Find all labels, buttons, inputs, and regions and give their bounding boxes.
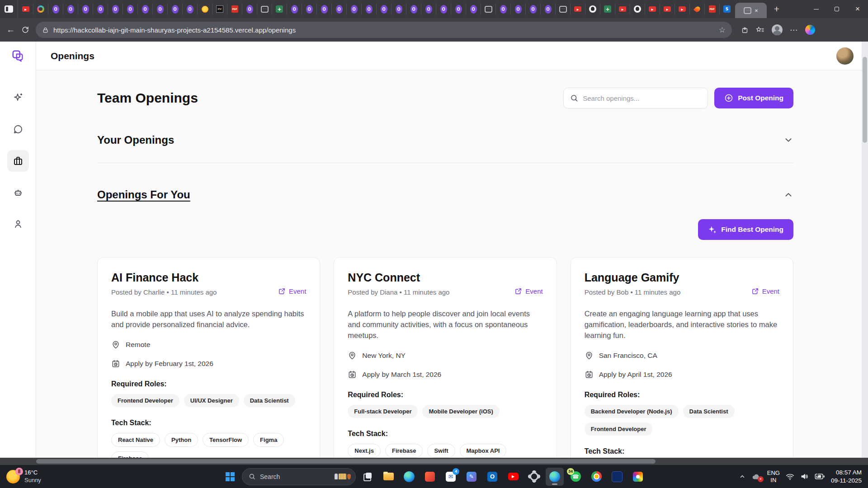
pinned-tab[interactable] (436, 3, 451, 15)
active-tab[interactable]: × (735, 3, 767, 18)
sidebar-item-profile[interactable] (7, 213, 29, 235)
pinned-tab[interactable] (287, 3, 302, 15)
vertical-scrollbar-thumb[interactable] (863, 57, 867, 143)
navy-app-icon[interactable] (608, 468, 626, 486)
pinned-tab[interactable] (346, 3, 361, 15)
section-your-openings[interactable]: Your Openings (97, 134, 793, 146)
edge-icon[interactable] (400, 468, 418, 486)
pinned-tab[interactable] (302, 3, 316, 15)
find-best-opening-button[interactable]: Find Best Opening (698, 219, 793, 240)
pinned-tab[interactable] (182, 3, 197, 15)
openings-search-input[interactable] (583, 94, 701, 102)
pinned-tab[interactable] (48, 3, 63, 15)
pinned-tab[interactable] (466, 3, 481, 15)
pinned-tab[interactable] (645, 3, 660, 15)
pinned-tab[interactable] (331, 3, 346, 15)
new-tab-button[interactable]: + (769, 1, 785, 17)
pinned-tab[interactable] (704, 3, 719, 15)
pinned-tab[interactable] (376, 3, 391, 15)
pinned-tab[interactable] (421, 3, 436, 15)
settings-more-icon[interactable]: ⋯ (790, 25, 798, 35)
tab-close-icon[interactable]: × (755, 8, 758, 14)
pinned-tab[interactable] (391, 3, 406, 15)
pinned-tab[interactable] (481, 3, 495, 15)
paint-icon[interactable] (462, 468, 481, 486)
photos-icon[interactable] (629, 468, 647, 486)
file-explorer-icon[interactable] (379, 468, 397, 486)
language-indicator[interactable]: ENG IN (767, 469, 780, 483)
pinned-tab[interactable] (719, 3, 734, 15)
pinned-tab[interactable] (272, 3, 287, 15)
red-app-icon[interactable] (421, 468, 439, 486)
settings-icon[interactable] (525, 468, 543, 486)
vertical-scrollbar[interactable] (862, 42, 868, 458)
sidebar-item-ai[interactable] (7, 87, 29, 108)
address-bar[interactable]: https://hackcollab-iajn-git-main-shaurya… (36, 22, 732, 38)
pinned-tab[interactable] (33, 3, 48, 15)
sidebar-item-chat[interactable] (7, 118, 29, 140)
onedrive-icon[interactable]: × (751, 473, 761, 481)
chrome-icon[interactable] (587, 468, 605, 486)
favorites-icon[interactable] (756, 26, 764, 34)
app-logo[interactable] (0, 42, 36, 70)
weather-widget[interactable]: 8 16°C Sunny (0, 469, 104, 484)
chevron-up-icon[interactable] (783, 190, 793, 200)
maximize-button[interactable] (826, 0, 847, 18)
url-text[interactable]: https://hackcollab-iajn-git-main-shaurya… (53, 26, 714, 34)
pinned-tab[interactable] (451, 3, 466, 15)
pinned-tab[interactable] (78, 3, 93, 15)
outlook-icon[interactable] (483, 468, 501, 486)
pinned-tab[interactable] (167, 3, 182, 15)
pinned-tab[interactable] (525, 3, 540, 15)
sidebar-item-openings[interactable] (7, 150, 29, 172)
minimize-button[interactable] (806, 0, 826, 18)
pinned-tab[interactable] (675, 3, 689, 15)
hidden-icons-chevron[interactable] (739, 474, 745, 480)
refresh-button[interactable] (21, 26, 29, 34)
pinned-tab[interactable] (570, 3, 585, 15)
back-button[interactable]: ← (6, 25, 15, 35)
pinned-tab[interactable] (257, 3, 272, 15)
browser-profile-avatar[interactable] (772, 24, 783, 35)
user-avatar[interactable] (836, 47, 854, 65)
pinned-tab[interactable] (212, 3, 227, 15)
chevron-down-icon[interactable] (783, 135, 793, 145)
taskbar-search[interactable]: Search (242, 468, 356, 485)
pinned-tab[interactable] (361, 3, 376, 15)
horizontal-scrollbar[interactable] (0, 458, 868, 465)
pinned-tab[interactable] (540, 3, 555, 15)
volume-icon[interactable] (800, 473, 809, 480)
pinned-tab[interactable] (555, 3, 570, 15)
event-link[interactable]: Event (278, 287, 306, 295)
pinned-tab[interactable] (242, 3, 257, 15)
sidebar-item-bot[interactable] (7, 182, 29, 203)
mail-icon[interactable]: 4 (442, 468, 460, 486)
wifi-icon[interactable] (786, 473, 794, 480)
pinned-tab[interactable] (152, 3, 167, 15)
event-link[interactable]: Event (751, 287, 779, 295)
pinned-tab[interactable] (108, 3, 123, 15)
bookmark-star-icon[interactable]: ☆ (719, 25, 726, 35)
section-openings-for-you[interactable]: Openings For You (97, 188, 793, 201)
pinned-tab[interactable] (227, 3, 242, 15)
event-link[interactable]: Event (514, 287, 542, 295)
pinned-tab[interactable] (123, 3, 137, 15)
pinned-tab[interactable] (197, 3, 212, 15)
pinned-tab[interactable] (137, 3, 152, 15)
copilot-icon[interactable] (805, 25, 815, 35)
pinned-tab[interactable] (615, 3, 630, 15)
pinned-tab[interactable] (495, 3, 510, 15)
pinned-tab[interactable] (630, 3, 645, 15)
pinned-tab[interactable] (510, 3, 525, 15)
edge-active-icon[interactable] (546, 468, 564, 486)
pinned-tab[interactable] (406, 3, 421, 15)
pinned-tab[interactable] (18, 3, 33, 15)
whatsapp-icon[interactable]: 34 (566, 468, 585, 486)
start-button[interactable] (221, 468, 239, 486)
horizontal-scrollbar-thumb[interactable] (36, 459, 656, 464)
task-view-icon[interactable] (359, 468, 377, 486)
pinned-tab[interactable] (689, 3, 704, 15)
youtube-icon[interactable] (504, 468, 522, 486)
pinned-tab[interactable] (316, 3, 331, 15)
pinned-tab[interactable] (585, 3, 600, 15)
